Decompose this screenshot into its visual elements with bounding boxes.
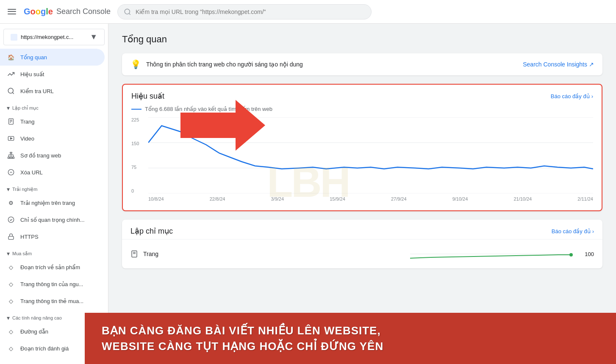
index-title: Lập chỉ mục xyxy=(130,226,173,236)
search-input[interactable] xyxy=(136,8,365,15)
svg-rect-12 xyxy=(10,157,12,158)
chart-svg xyxy=(148,117,593,193)
sidebar-label-the-mua: Trang thông tin thẻ mua... xyxy=(20,298,83,304)
performance-subtitle: Tổng 6.688 lần nhấp vào kết quả tìm kiếm… xyxy=(123,104,602,117)
banner-text: BẠN CÀNG ĐĂNG BÀI VIẾT NHIỀU LÊN WEBSITE… xyxy=(102,323,599,354)
property-selector[interactable]: https://mekongpet.c... ▼ xyxy=(3,29,105,45)
index-item-trang: Trang 100 xyxy=(122,239,602,268)
sidebar-label-trang: Trang xyxy=(20,119,34,125)
chevron-right-icon: › xyxy=(591,93,593,99)
x-label-2: 22/8/24 xyxy=(210,196,225,201)
home-icon: 🏠 xyxy=(7,53,15,61)
performance-report-link[interactable]: Báo cáo đầy đủ › xyxy=(551,93,593,99)
app-title: Search Console xyxy=(56,7,111,16)
logo[interactable]: Google Search Console xyxy=(24,7,111,17)
svg-line-1 xyxy=(129,13,130,14)
property-name: https://mekongpet.c... xyxy=(21,34,86,40)
sidebar-item-tong-quan[interactable]: 🏠 Tổng quan xyxy=(0,49,105,66)
bulb-icon: 💡 xyxy=(130,59,141,69)
x-label-7: 21/10/24 xyxy=(513,196,532,201)
lock-icon xyxy=(7,232,15,241)
x-label-1: 10/8/24 xyxy=(148,196,164,201)
sidebar-label-nguoi-dung: Trang thông tin của ngu... xyxy=(20,281,83,287)
inspect-icon xyxy=(7,87,15,95)
svg-point-21 xyxy=(8,217,14,222)
sidebar-label-hieu-suat: Hiệu suất xyxy=(20,71,44,77)
x-label-4: 15/9/24 xyxy=(330,196,345,201)
svg-rect-22 xyxy=(8,236,14,239)
sidebar-label-xoa-url: Xóa URL xyxy=(20,169,43,176)
svg-point-0 xyxy=(125,9,130,14)
insights-text: Thông tin phân tích trang web cho người … xyxy=(146,61,303,68)
sidebar-item-chi-so[interactable]: Chỉ số quan trọng chính... xyxy=(0,211,105,228)
chevron-right-icon-2: › xyxy=(592,228,594,234)
sidebar-item-https[interactable]: HTTPS xyxy=(0,228,105,245)
sidebar-label-san-pham: Đoạn trích về sản phẩm xyxy=(20,264,80,270)
performance-card: Hiệu suất Báo cáo đầy đủ › Tổng 6.688 lầ… xyxy=(122,84,602,211)
search-bar[interactable] xyxy=(117,4,372,19)
sidebar-label-tong-quan: Tổng quan xyxy=(20,54,47,61)
svg-marker-9 xyxy=(11,138,12,139)
banner-line1: BẠN CÀNG ĐĂNG BÀI VIẾT NHIỀU LÊN WEBSITE… xyxy=(102,323,599,338)
insights-banner: 💡 Thông tin phân tích trang web cho ngườ… xyxy=(122,53,602,75)
banner-line2: WEBSITE CÀNG TỤT HẠNG HOẶC CHỈ ĐỨNG YÊN xyxy=(102,339,599,354)
x-axis-labels: 10/8/24 22/8/24 3/9/24 15/9/24 27/9/24 9… xyxy=(148,196,593,201)
sidebar-item-trai-nghiem[interactable]: ⚙ Trải nghiệm trên trang xyxy=(0,194,105,211)
trend-icon xyxy=(7,70,15,78)
remove-icon xyxy=(7,168,15,176)
property-dropdown-icon: ▼ xyxy=(90,33,97,41)
sidebar-label-https: HTTPS xyxy=(20,234,39,240)
index-item-label: Trang xyxy=(143,251,158,257)
svg-rect-11 xyxy=(8,157,10,158)
bottom-banner: BẠN CÀNG ĐĂNG BÀI VIẾT NHIỀU LÊN WEBSITE… xyxy=(85,313,616,364)
sidebar-item-so-do[interactable]: Sơ đồ trang web xyxy=(0,147,105,164)
sidebar-item-kiem-tra-url[interactable]: Kiểm tra URL xyxy=(0,83,105,99)
section-lap-chi-muc: ▾ Lập chỉ mục xyxy=(0,99,108,113)
index-report-link[interactable]: Báo cáo đầy đủ › xyxy=(552,228,594,234)
performance-title: Hiệu suất xyxy=(131,91,164,101)
video-icon xyxy=(7,134,15,143)
sidebar-item-the-mua[interactable]: ◇ Trang thông tin thẻ mua... xyxy=(0,292,105,309)
performance-chart: 225 150 75 0 10/8/24 xyxy=(123,117,602,210)
sidebar-label-duong-dan: Đường dẫn xyxy=(20,328,48,335)
sidebar-item-xoa-url[interactable]: Xóa URL xyxy=(0,164,105,181)
breadcrumb-icon: ◇ xyxy=(7,327,15,336)
y-label-0: 0 xyxy=(131,188,139,193)
page-icon xyxy=(7,117,15,126)
index-card: Lập chỉ mục Báo cáo đầy đủ › Trang xyxy=(122,220,602,268)
x-label-8: 2/11/24 xyxy=(577,196,593,201)
sidebar-label-danh-gia: Đoạn trích đánh giá xyxy=(20,345,69,352)
sidebar-label-kiem-tra-url: Kiểm tra URL xyxy=(20,88,54,94)
card-icon: ◇ xyxy=(7,297,15,305)
sidebar-item-nguoi-dung[interactable]: ◇ Trang thông tin của ngu... xyxy=(0,276,105,292)
sidebar-item-trang[interactable]: Trang xyxy=(0,113,105,130)
experience-icon: ⚙ xyxy=(7,199,15,207)
property-icon xyxy=(11,34,17,41)
page-index-icon xyxy=(130,250,138,258)
svg-point-2 xyxy=(8,88,13,93)
sidebar-label-chi-so: Chỉ số quan trọng chính... xyxy=(20,217,85,223)
sidebar-label-trai-nghiem: Trải nghiệm trên trang xyxy=(20,200,75,206)
index-value: 100 xyxy=(585,251,594,257)
external-link-icon: ↗ xyxy=(589,61,594,68)
svg-line-3 xyxy=(12,92,14,94)
svg-rect-10 xyxy=(10,152,12,154)
review-icon: ◇ xyxy=(7,344,15,353)
header: Google Search Console xyxy=(0,0,616,24)
sidebar-item-san-pham[interactable]: ◇ Đoạn trích về sản phẩm xyxy=(0,259,105,276)
svg-point-32 xyxy=(569,253,573,256)
search-icon xyxy=(124,8,131,16)
sidebar-label-so-do: Sơ đồ trang web xyxy=(20,152,61,159)
hamburger-menu[interactable] xyxy=(7,7,17,17)
page-title: Tổng quan xyxy=(122,34,602,45)
x-label-6: 9/10/24 xyxy=(452,196,468,201)
sidebar-item-hieu-suat[interactable]: Hiệu suất xyxy=(0,66,105,83)
y-label-75: 75 xyxy=(131,165,139,170)
user-info-icon: ◇ xyxy=(7,280,15,288)
x-label-3: 3/9/24 xyxy=(271,196,284,201)
insights-link[interactable]: Search Console Insights ↗ xyxy=(523,61,594,68)
sidebar-item-video[interactable]: Video xyxy=(0,130,105,147)
sidebar-label-video: Video xyxy=(20,135,34,142)
section-trai-nghiem: ▾ Trải nghiệm xyxy=(0,181,108,194)
legend-line xyxy=(131,109,142,110)
